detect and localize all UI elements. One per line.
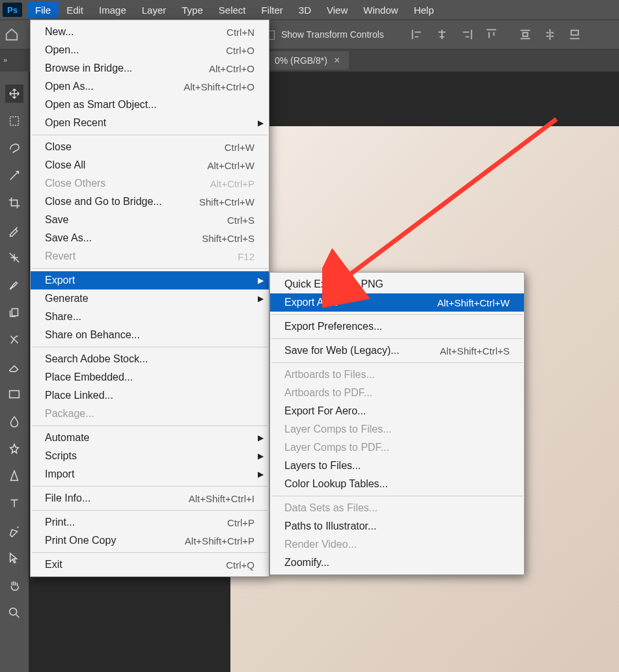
file-menu-file-info-shortcut: Alt+Shift+Ctrl+I [189, 493, 254, 504]
export-menu-export-as-shortcut: Alt+Shift+Ctrl+W [437, 297, 510, 308]
file-menu-share[interactable]: Share... [31, 308, 269, 326]
menu-type[interactable]: Type [174, 2, 211, 18]
export-menu-artboards-to-pdf: Artboards to PDF... [270, 384, 524, 402]
file-menu-browse-in-bridge[interactable]: Browse in Bridge...Alt+Ctrl+O [31, 59, 269, 77]
export-menu-color-lookup-tables-label: Color Lookup Tables... [284, 478, 388, 490]
tool-text-icon[interactable] [5, 494, 23, 513]
menu-edit[interactable]: Edit [59, 2, 91, 18]
distribute-top-icon[interactable] [518, 27, 532, 42]
menu-view[interactable]: View [319, 2, 355, 18]
menu-3d[interactable]: 3D [291, 2, 319, 18]
tool-column [0, 72, 29, 622]
file-menu-open[interactable]: Open...Ctrl+O [31, 41, 269, 59]
file-menu-print-one-copy-label: Print One Copy [45, 535, 116, 546]
file-menu-place-embedded[interactable]: Place Embedded... [31, 368, 269, 386]
export-menu-layers-to-files[interactable]: Layers to Files... [270, 457, 524, 475]
tool-brush-icon[interactable] [5, 276, 23, 294]
menu-file[interactable]: File [27, 2, 59, 18]
tool-hand-icon[interactable] [5, 576, 23, 595]
file-menu-close-others: Close OthersAlt+Ctrl+P [31, 174, 269, 193]
tool-pen-t-icon[interactable] [5, 467, 23, 485]
menu-image[interactable]: Image [91, 2, 134, 18]
file-menu-close-all[interactable]: Close AllAlt+Ctrl+W [31, 156, 269, 174]
align-left-icon[interactable] [410, 27, 424, 42]
tool-zoom-icon[interactable] [5, 604, 23, 622]
file-menu-save[interactable]: SaveCtrl+S [31, 211, 269, 229]
export-menu-paths-to-illustrator[interactable]: Paths to Illustrator... [270, 517, 524, 535]
tool-blur-icon[interactable] [5, 412, 23, 431]
file-menu-print-shortcut: Ctrl+P [227, 517, 254, 528]
file-menu-print[interactable]: Print...Ctrl+P [31, 513, 269, 531]
export-menu-data-sets-as-files-label: Data Sets as Files... [284, 502, 378, 514]
export-menu-zoomify[interactable]: Zoomify... [270, 554, 524, 572]
align-top-icon[interactable] [484, 27, 499, 42]
tool-heal-icon[interactable] [5, 249, 23, 267]
file-menu-scripts[interactable]: Scripts▶ [31, 447, 269, 465]
file-menu-close[interactable]: CloseCtrl+W [31, 138, 269, 156]
tool-clone-icon[interactable] [5, 303, 23, 321]
menu-window[interactable]: Window [355, 2, 406, 18]
file-menu-share-on-behance[interactable]: Share on Behance... [31, 326, 269, 344]
tool-dodge-icon[interactable] [5, 440, 23, 458]
file-menu-import[interactable]: Import▶ [31, 465, 269, 483]
file-menu-close-all-shortcut: Alt+Ctrl+W [207, 160, 254, 171]
file-menu-search-adobe-stock[interactable]: Search Adobe Stock... [31, 350, 269, 368]
align-right-icon[interactable] [460, 27, 474, 42]
toolbar-chevron-icon[interactable]: » [3, 56, 7, 64]
distribute-center-icon[interactable] [543, 27, 557, 42]
show-transform-controls-label: Show Transform Controls [281, 29, 384, 40]
tool-eyedrop-icon[interactable] [5, 221, 23, 239]
document-tab[interactable]: 0% (RGB/8*) × [266, 51, 349, 70]
file-menu-print-label: Print... [45, 517, 75, 528]
file-menu-generate[interactable]: Generate▶ [31, 289, 269, 308]
show-transform-controls-checkbox[interactable]: Show Transform Controls [266, 29, 384, 40]
file-menu-exit[interactable]: ExitCtrl+Q [31, 556, 269, 574]
file-menu-scripts-label: Scripts [45, 450, 77, 462]
file-menu-separator [32, 552, 268, 553]
file-menu-file-info[interactable]: File Info...Alt+Shift+Ctrl+I [31, 489, 269, 507]
menubar: Ps FileEditImageLayerTypeSelectFilter3DV… [0, 0, 619, 20]
file-menu-export[interactable]: Export▶ [31, 271, 269, 289]
export-menu-render-video: Render Video... [270, 535, 524, 554]
align-center-h-icon[interactable] [435, 27, 449, 42]
file-menu-open-as[interactable]: Open As...Alt+Shift+Ctrl+O [31, 77, 269, 96]
tool-wand-icon[interactable] [5, 167, 23, 185]
menu-filter[interactable]: Filter [254, 2, 291, 18]
file-menu-place-linked[interactable]: Place Linked... [31, 386, 269, 405]
export-menu-artboards-to-files: Artboards to Files... [270, 366, 524, 384]
export-menu-quick-export-as-png[interactable]: Quick Export as PNG [270, 275, 524, 293]
export-menu-export-as[interactable]: Export As...Alt+Shift+Ctrl+W [270, 293, 524, 312]
file-menu-save-as[interactable]: Save As...Shift+Ctrl+S [31, 229, 269, 247]
tool-gradient-icon[interactable] [5, 385, 23, 403]
file-menu-package: Package... [31, 405, 269, 423]
tool-lasso-icon[interactable] [5, 139, 23, 157]
file-menu-close-and-go-to-bridge[interactable]: Close and Go to Bridge...Shift+Ctrl+W [31, 193, 269, 211]
file-menu-open-recent[interactable]: Open Recent▶ [31, 114, 269, 132]
file-menu-automate[interactable]: Automate▶ [31, 429, 269, 447]
tool-arrow-icon[interactable] [5, 549, 23, 567]
file-menu-exit-label: Exit [45, 559, 62, 571]
tool-eraser-icon[interactable] [5, 358, 23, 376]
menu-select[interactable]: Select [211, 2, 254, 18]
tool-move-icon[interactable] [5, 85, 23, 103]
file-menu-file-info-label: File Info... [45, 492, 90, 504]
tool-pen-icon[interactable] [5, 522, 23, 540]
tool-marquee-icon[interactable] [5, 112, 23, 130]
home-icon[interactable] [0, 27, 23, 42]
file-menu-open-as-smart-object[interactable]: Open as Smart Object... [31, 96, 269, 114]
distribute-bottom-icon[interactable] [568, 27, 582, 42]
close-tab-icon[interactable]: × [334, 55, 340, 66]
export-submenu: Quick Export as PNGExport As...Alt+Shift… [269, 272, 525, 575]
menu-layer[interactable]: Layer [134, 2, 174, 18]
export-menu-export-preferences[interactable]: Export Preferences... [270, 317, 524, 336]
tool-crop-icon[interactable] [5, 194, 23, 212]
export-menu-save-for-web-legacy[interactable]: Save for Web (Legacy)...Alt+Shift+Ctrl+S [270, 342, 524, 360]
file-menu-print-one-copy[interactable]: Print One CopyAlt+Shift+Ctrl+P [31, 531, 269, 550]
export-menu-export-as-label: Export As... [284, 297, 338, 308]
tool-history-icon[interactable] [5, 330, 23, 349]
menu-help[interactable]: Help [406, 2, 442, 18]
file-menu-new[interactable]: New...Ctrl+N [31, 23, 269, 41]
export-menu-color-lookup-tables[interactable]: Color Lookup Tables... [270, 475, 524, 493]
submenu-arrow-icon: ▶ [258, 118, 264, 128]
export-menu-export-for-aero[interactable]: Export For Aero... [270, 402, 524, 420]
